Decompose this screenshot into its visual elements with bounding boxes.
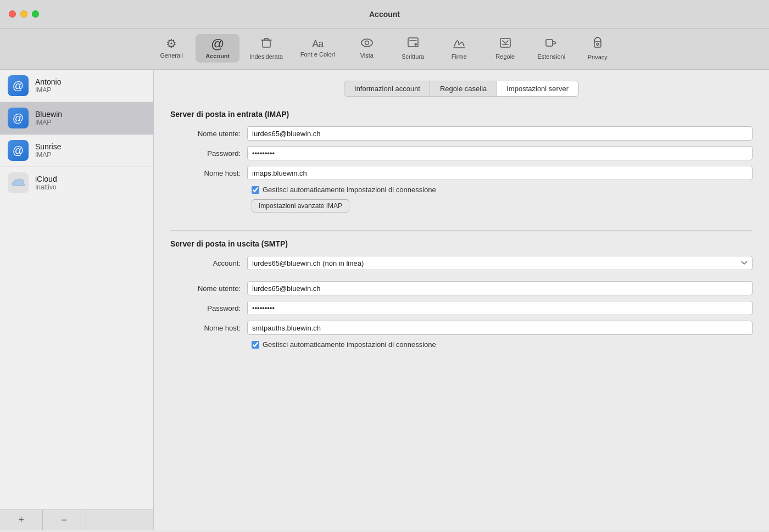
toolbar-label-generali: Generali: [160, 52, 183, 59]
svg-point-5: [361, 39, 372, 47]
account-info-sunrise: Sunrise IMAP: [35, 142, 61, 159]
tab-regole-casella[interactable]: Regole casella: [430, 81, 497, 97]
account-icon-icloud: [8, 172, 29, 193]
smtp-password-input[interactable]: [247, 301, 753, 315]
toolbar-item-indesiderata[interactable]: Indesiderata: [242, 33, 291, 63]
at-icon: @: [211, 37, 224, 51]
toolbar-item-scrittura[interactable]: Scrittura: [391, 33, 435, 63]
toolbar-item-firme[interactable]: Firme: [437, 33, 481, 63]
remove-account-button[interactable]: −: [43, 510, 86, 530]
account-item-bluewin[interactable]: @ Bluewin IMAP: [0, 102, 153, 135]
smtp-account-select[interactable]: lurdes65@bluewin.ch (non in linea): [247, 256, 753, 270]
svg-point-6: [365, 41, 369, 45]
tab-impostazioni-server[interactable]: Impostazioni server: [496, 81, 579, 97]
smtp-username-input[interactable]: [247, 281, 753, 295]
smtp-account-row: Account: lurdes65@bluewin.ch (non in lin…: [170, 256, 753, 270]
window-controls: [9, 10, 39, 18]
imap-hostname-input[interactable]: [247, 166, 753, 180]
toolbar-label-estensioni: Estensioni: [537, 53, 565, 60]
imap-hostname-row: Nome host:: [170, 166, 753, 180]
svg-rect-0: [263, 40, 270, 47]
account-icon-bluewin: @: [8, 108, 29, 128]
account-type-sunrise: IMAP: [35, 151, 61, 159]
window-title: Account: [369, 10, 400, 19]
account-type-antonio: IMAP: [35, 86, 61, 94]
sidebar: @ Antonio IMAP @ Bluewin IMAP @ Sunrise: [0, 70, 154, 530]
scrittura-icon: [407, 37, 419, 51]
smtp-hostname-label: Nome host:: [170, 324, 247, 332]
svg-rect-7: [408, 38, 418, 47]
imap-password-input[interactable]: [247, 146, 753, 160]
firme-icon: [453, 37, 466, 51]
smtp-hostname-input[interactable]: [247, 321, 753, 335]
account-name-bluewin: Bluewin: [35, 110, 62, 119]
toolbar-label-vista: Vista: [360, 52, 374, 59]
smtp-section-title: Server di posta in uscita (SMTP): [170, 239, 753, 248]
imap-username-row: Nome utente:: [170, 126, 753, 141]
toolbar-label-scrittura: Scrittura: [402, 53, 424, 60]
imap-section-title: Server di posta in entrata (IMAP): [170, 110, 753, 119]
account-name-icloud: iCloud: [35, 175, 57, 183]
imap-username-input[interactable]: [247, 126, 753, 141]
account-icon-antonio: @: [8, 75, 29, 96]
gear-icon: ⚙: [166, 38, 177, 50]
account-icon-sunrise: @: [8, 140, 29, 161]
section-divider: [170, 230, 753, 231]
account-item-sunrise[interactable]: @ Sunrise IMAP: [0, 135, 153, 167]
maximize-button[interactable]: [32, 10, 39, 18]
trash-icon: [260, 37, 272, 51]
toolbar-label-font: Font e Colori: [300, 51, 335, 58]
font-icon: Aa: [312, 39, 323, 49]
minimize-button[interactable]: [20, 10, 27, 18]
account-info-icloud: iCloud Inattivo: [35, 175, 57, 191]
toolbar-label-indesiderata: Indesiderata: [249, 53, 283, 60]
close-button[interactable]: [9, 10, 16, 18]
imap-password-label: Password:: [170, 149, 247, 158]
main-content: @ Antonio IMAP @ Bluewin IMAP @ Sunrise: [0, 70, 769, 530]
toolbar-item-regole[interactable]: Regole: [483, 33, 527, 63]
toolbar-item-estensioni[interactable]: Estensioni: [530, 33, 573, 63]
toolbar-item-vista[interactable]: Vista: [345, 35, 389, 62]
imap-auto-checkbox[interactable]: [252, 186, 259, 194]
detail-panel: Informazioni account Regole casella Impo…: [154, 70, 769, 530]
imap-section: Server di posta in entrata (IMAP) Nome u…: [170, 110, 753, 221]
imap-hostname-label: Nome host:: [170, 169, 247, 177]
account-info-bluewin: Bluewin IMAP: [35, 110, 62, 126]
smtp-hostname-row: Nome host:: [170, 321, 753, 335]
imap-password-row: Password:: [170, 146, 753, 160]
sidebar-footer: + −: [0, 509, 153, 530]
smtp-password-row: Password:: [170, 301, 753, 315]
toolbar-label-firme: Firme: [452, 53, 467, 60]
imap-advanced-button[interactable]: Impostazioni avanzate IMAP: [252, 199, 349, 212]
toolbar-item-font-colori[interactable]: Aa Font e Colori: [293, 36, 343, 61]
tab-bar: Informazioni account Regole casella Impo…: [170, 81, 753, 97]
imap-username-label: Nome utente:: [170, 130, 247, 138]
vista-icon: [360, 38, 374, 50]
account-list: @ Antonio IMAP @ Bluewin IMAP @ Sunrise: [0, 70, 153, 509]
svg-rect-14: [594, 42, 601, 47]
account-info-antonio: Antonio IMAP: [35, 77, 61, 94]
toolbar-item-privacy[interactable]: Privacy: [576, 33, 620, 64]
regole-icon: [499, 37, 511, 51]
toolbar: ⚙ Generali @ Account Indesiderata Aa Fon…: [0, 29, 769, 70]
smtp-auto-checkbox[interactable]: [252, 341, 259, 349]
smtp-auto-checkbox-row: Gestisci automaticamente impostazioni di…: [252, 340, 753, 349]
imap-auto-label: Gestisci automaticamente impostazioni di…: [263, 186, 436, 194]
account-item-icloud[interactable]: iCloud Inattivo: [0, 167, 153, 199]
account-type-bluewin: IMAP: [35, 119, 62, 126]
toolbar-item-account[interactable]: @ Account: [196, 34, 239, 63]
toolbar-label-account: Account: [205, 53, 230, 59]
account-name-antonio: Antonio: [35, 77, 61, 86]
smtp-auto-label: Gestisci automaticamente impostazioni di…: [263, 340, 436, 349]
smtp-account-label: Account:: [170, 259, 247, 267]
toolbar-item-generali[interactable]: ⚙ Generali: [149, 35, 193, 62]
smtp-section: Server di posta in uscita (SMTP) Account…: [170, 239, 753, 349]
add-account-button[interactable]: +: [0, 510, 43, 530]
privacy-icon: [592, 36, 603, 52]
tab-info-account[interactable]: Informazioni account: [344, 81, 431, 97]
smtp-username-row: Nome utente:: [170, 281, 753, 295]
smtp-username-label: Nome utente:: [170, 284, 247, 293]
imap-auto-checkbox-row: Gestisci automaticamente impostazioni di…: [252, 186, 753, 194]
account-item-antonio[interactable]: @ Antonio IMAP: [0, 70, 153, 102]
toolbar-label-privacy: Privacy: [588, 54, 608, 60]
